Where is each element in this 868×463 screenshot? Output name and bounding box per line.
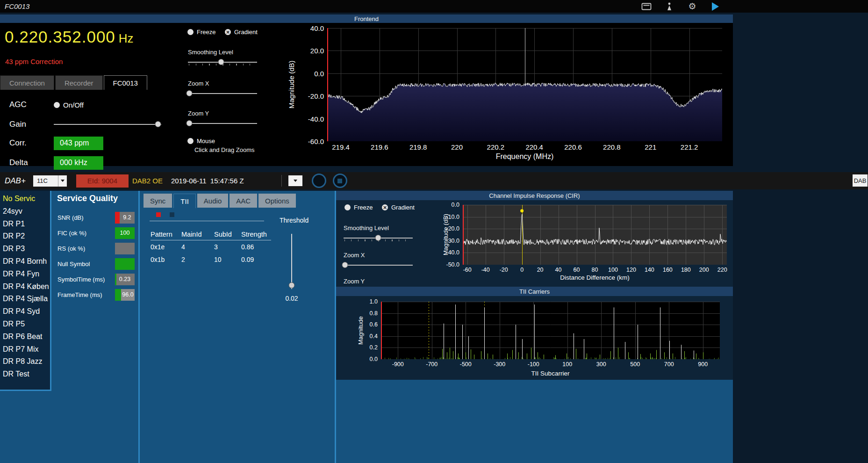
x-tick-label: -900 bbox=[392, 361, 404, 368]
mouse-radio[interactable] bbox=[187, 138, 194, 144]
quality-value-badge: 0.23 bbox=[115, 274, 135, 285]
cir-freeze-radio[interactable] bbox=[344, 204, 351, 210]
x-tick-label: -40 bbox=[481, 267, 490, 273]
zoom-y-slider[interactable] bbox=[188, 120, 257, 127]
cir-plot: -60-40-200204060801001201401601802002200… bbox=[463, 205, 727, 265]
spectrum-canvas[interactable] bbox=[327, 28, 722, 141]
freeze-control: Freeze bbox=[187, 29, 215, 36]
service-item[interactable]: DR P2 bbox=[0, 230, 50, 243]
cir-gradient-label: Gradient bbox=[391, 204, 415, 211]
y-tick-label: 0.6 bbox=[370, 321, 378, 328]
gradient-radio[interactable] bbox=[225, 29, 231, 35]
service-item[interactable]: DR P5 bbox=[0, 318, 50, 331]
service-item[interactable]: 24syv bbox=[0, 205, 50, 218]
stop-icon bbox=[337, 179, 342, 183]
tab-audio[interactable]: Audio bbox=[197, 194, 228, 208]
service-quality-rows: SNR (dB)9.2FIC (ok %)100RS (ok %)Null Sy… bbox=[57, 211, 135, 304]
smoothing-label: Smoothing Level bbox=[188, 49, 233, 56]
cir-gradient-radio[interactable] bbox=[382, 204, 388, 210]
tab-recorder[interactable]: Recorder bbox=[55, 75, 103, 90]
y-tick-label: 0.0 bbox=[314, 69, 324, 77]
service-item[interactable]: DR P7 Mix bbox=[0, 343, 50, 356]
delta-label: Delta bbox=[9, 158, 54, 167]
device-panel: 0.220.352.000 Hz 43 ppm Correction Conne… bbox=[0, 23, 182, 166]
gradient-control: Gradient bbox=[225, 29, 258, 36]
tab-connection[interactable]: Connection bbox=[0, 75, 54, 90]
slider-knob[interactable] bbox=[289, 282, 295, 288]
tab-aac[interactable]: AAC bbox=[230, 194, 257, 208]
slider-knob[interactable] bbox=[218, 59, 224, 65]
slider-knob[interactable] bbox=[375, 235, 381, 241]
tii-canvas[interactable] bbox=[381, 302, 720, 359]
y-tick-label: 1.0 bbox=[370, 298, 378, 305]
service-item[interactable]: DR Test bbox=[0, 368, 50, 381]
cir-smoothing-slider[interactable] bbox=[344, 234, 413, 242]
record-button[interactable] bbox=[312, 174, 326, 188]
freeze-radio[interactable] bbox=[187, 29, 194, 35]
quality-row: FIC (ok %)100 bbox=[57, 227, 135, 239]
agc-radio[interactable] bbox=[54, 102, 60, 108]
service-item[interactable]: DR P4 Bornh bbox=[0, 255, 50, 268]
tii-table: PatternMainIdSubIdStrength0x1e430.860x1b… bbox=[151, 228, 271, 266]
service-item[interactable]: DR P4 Fyn bbox=[0, 268, 50, 281]
x-tick-label: 40 bbox=[555, 267, 562, 273]
separator bbox=[281, 175, 282, 187]
quality-label: RS (ok %) bbox=[57, 245, 85, 252]
tab-options[interactable]: Options bbox=[258, 194, 296, 208]
service-item[interactable]: DR P4 Syd bbox=[0, 305, 50, 318]
service-item[interactable]: DR P4 Køben bbox=[0, 281, 50, 293]
slider-track bbox=[291, 234, 292, 289]
service-item[interactable]: DR P1 bbox=[0, 218, 50, 231]
chevron-down-icon bbox=[294, 180, 297, 182]
gain-slider[interactable] bbox=[54, 121, 161, 128]
zoom-x-slider[interactable] bbox=[188, 90, 257, 97]
service-item[interactable]: DR P3 bbox=[0, 243, 50, 255]
cir-zoom-x-slider[interactable] bbox=[344, 261, 413, 269]
slider-knob[interactable] bbox=[155, 121, 161, 127]
service-item[interactable]: DR P8 Jazz bbox=[0, 355, 50, 368]
service-item[interactable]: DR P4 Sjælla bbox=[0, 293, 50, 305]
stop-button[interactable] bbox=[333, 174, 347, 188]
settings-gear-icon[interactable]: ⚙ bbox=[687, 1, 697, 12]
slider-track bbox=[188, 93, 257, 94]
tab-fc0013[interactable]: FC0013 bbox=[104, 75, 147, 90]
dab-mode-label: DAB+ bbox=[5, 176, 26, 186]
cir-x-axis-label: Distance Difference (km) bbox=[463, 274, 727, 281]
quality-value-badge bbox=[115, 258, 135, 270]
x-tick-label: 220.6 bbox=[564, 143, 582, 151]
x-tick-label: 220 bbox=[451, 143, 463, 151]
threshold-slider[interactable] bbox=[288, 234, 295, 289]
display-icon[interactable] bbox=[641, 1, 652, 12]
frequency-display: 0.220.352.000 Hz bbox=[5, 28, 134, 46]
play-icon[interactable] bbox=[710, 1, 720, 12]
tii-plot: -900-700-500-300-1001003005007009001.00.… bbox=[381, 302, 720, 359]
mouse-sub-label: Click and Drag Zooms bbox=[194, 146, 255, 153]
x-tick-label: 500 bbox=[630, 361, 640, 368]
smoothing-slider[interactable] bbox=[188, 58, 257, 66]
table-cell: 0.09 bbox=[241, 256, 270, 263]
cir-canvas[interactable] bbox=[463, 205, 727, 265]
service-item[interactable]: DR P6 Beat bbox=[0, 331, 50, 343]
output-select[interactable] bbox=[288, 175, 302, 186]
agc-row: AGC On/Off bbox=[9, 97, 173, 113]
table-cell: 0.86 bbox=[241, 243, 270, 251]
tab-sync[interactable]: Sync bbox=[143, 194, 172, 208]
y-tick-label: -40.0 bbox=[446, 249, 460, 256]
info-icon[interactable] bbox=[664, 1, 674, 12]
y-tick-label: 40.0 bbox=[310, 24, 324, 32]
x-tick-label: 180 bbox=[681, 267, 691, 273]
slider-knob[interactable] bbox=[186, 120, 192, 126]
column-header: SubId bbox=[214, 231, 241, 238]
y-tick-label: 0.8 bbox=[370, 310, 378, 317]
slider-knob[interactable] bbox=[342, 262, 348, 268]
cir-title: Channel Impulse Response (CIR) bbox=[489, 192, 580, 199]
service-item[interactable]: No Servic bbox=[0, 193, 50, 205]
slider-knob[interactable] bbox=[186, 90, 192, 96]
y-tick-label: 20.0 bbox=[310, 47, 324, 55]
table-cell: 0x1b bbox=[151, 256, 181, 263]
delta-row: Delta 000 kHz bbox=[9, 155, 173, 171]
slider-track bbox=[344, 265, 413, 266]
tab-tii[interactable]: TII bbox=[173, 194, 196, 208]
channel-select[interactable]: 11C bbox=[33, 175, 67, 187]
column-header: Strength bbox=[241, 231, 270, 238]
